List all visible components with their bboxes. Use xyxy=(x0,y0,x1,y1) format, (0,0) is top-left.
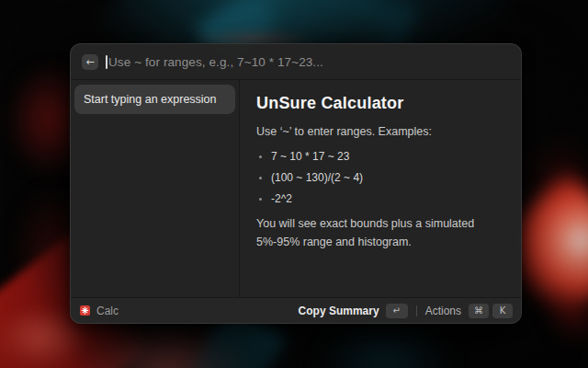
calc-extension-icon xyxy=(80,305,90,316)
back-arrow-icon: ← xyxy=(85,54,94,70)
footer-divider xyxy=(416,305,417,316)
text-cursor xyxy=(106,55,107,69)
list-item: 7 ~ 10 * 17 ~ 23 xyxy=(259,150,504,163)
bullet-dot xyxy=(259,177,262,179)
desktop: ← Use ~ for ranges, e.g., 7~10 * 17~23..… xyxy=(0,0,588,368)
action-bar: Calc Copy Summary ↵ Actions ⌘ K xyxy=(71,297,521,323)
actions-button[interactable]: Actions ⌘ K xyxy=(425,304,513,318)
extension-name: Calc xyxy=(96,305,119,317)
footer-actions: Copy Summary ↵ Actions ⌘ K xyxy=(299,304,513,318)
example-expression: 7 ~ 10 * 17 ~ 23 xyxy=(271,150,349,163)
launcher-window: ← Use ~ for ranges, e.g., 7~10 * 17~23..… xyxy=(70,43,522,324)
search-input[interactable]: Use ~ for ranges, e.g., 7~10 * 17~23... xyxy=(106,44,510,79)
copy-summary-button[interactable]: Copy Summary ↵ xyxy=(299,304,408,318)
intro-text: Use ‘~’ to enter ranges. Examples: xyxy=(256,122,504,141)
detail-panel: UnSure Calculator Use ‘~’ to enter range… xyxy=(240,80,521,297)
copy-summary-label: Copy Summary xyxy=(299,305,379,317)
results-sidebar: Start typing an expression xyxy=(71,80,240,297)
list-item: -2^2 xyxy=(259,192,504,205)
sidebar-item-label: Start typing an expression xyxy=(84,93,217,106)
examples-list: 7 ~ 10 * 17 ~ 23 (100 ~ 130)/(2 ~ 4) -2^… xyxy=(256,150,504,205)
k-key-icon: K xyxy=(492,304,513,318)
search-placeholder: Use ~ for ranges, e.g., 7~10 * 17~23... xyxy=(108,55,323,69)
example-expression: (100 ~ 130)/(2 ~ 4) xyxy=(271,171,363,184)
sidebar-item-start-typing[interactable]: Start typing an expression xyxy=(74,85,235,114)
bullet-dot xyxy=(259,198,262,201)
return-key-icon: ↵ xyxy=(386,304,408,318)
example-expression: -2^2 xyxy=(271,192,292,205)
window-content: Start typing an expression UnSure Calcul… xyxy=(71,80,521,297)
back-button[interactable]: ← xyxy=(82,54,98,70)
outro-text: You will see exact bounds plus a simulat… xyxy=(256,214,504,251)
actions-label: Actions xyxy=(425,305,461,317)
page-title: UnSure Calculator xyxy=(256,94,504,113)
extension-indicator: Calc xyxy=(80,305,119,317)
command-key-icon: ⌘ xyxy=(469,304,489,318)
bullet-dot xyxy=(259,155,262,158)
search-bar: ← Use ~ for ranges, e.g., 7~10 * 17~23..… xyxy=(71,44,521,80)
list-item: (100 ~ 130)/(2 ~ 4) xyxy=(259,171,504,184)
